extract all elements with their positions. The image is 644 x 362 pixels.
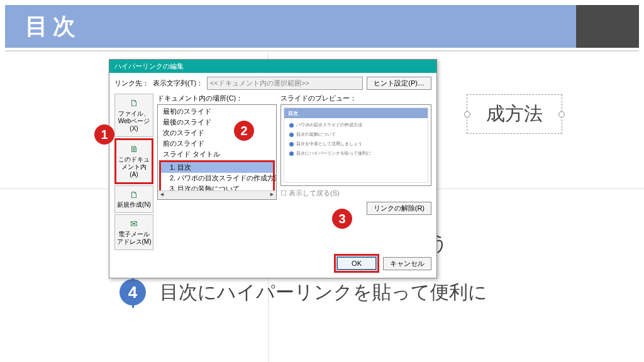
ok-highlight: OK xyxy=(334,254,379,273)
preview-slide: 目次 パワポの目次スライドの作成方法 目次の装飾について 目次を中扉として活用し… xyxy=(284,107,428,183)
tree-scrollbar[interactable]: ◄► xyxy=(158,190,276,199)
link-to-label: リンク先： xyxy=(114,79,149,88)
remove-link-button[interactable]: リンクの解除(R) xyxy=(367,202,431,215)
tab-email[interactable]: ✉ 電子メール アドレス(M) xyxy=(114,214,153,250)
mini-bullet xyxy=(289,142,294,146)
hyperlink-dialog: ハイパーリンクの編集 リンク先： 表示文字列(T)： <<ドキュメント内の選択範… xyxy=(109,59,437,278)
tree-item[interactable]: 次のスライド xyxy=(159,128,275,138)
tab-label: 新規作成(N) xyxy=(117,201,151,208)
preview-body: パワポの目次スライドの作成方法 目次の装飾について 目次を中扉として活用しましょ… xyxy=(284,118,428,163)
mini-bullet xyxy=(289,123,294,128)
preview-title: 目次 xyxy=(288,110,298,117)
mini-bullet xyxy=(289,151,294,156)
slide-preview: 目次 パワポの目次スライドの作成方法 目次の装飾について 目次を中扉として活用し… xyxy=(280,104,431,186)
location-tree-col: ドキュメント内の場所(C)： 最初のスライド 最後のスライド 次のスライド 前の… xyxy=(157,94,277,250)
tab-this-document[interactable]: 🗎 このドキュメント内(A) xyxy=(114,138,153,184)
tab-file-web[interactable]: 🗋 ファイル、Webページ(X) xyxy=(114,94,153,137)
dialog-title: ハイパーリンクの編集 xyxy=(109,60,436,73)
email-icon: ✉ xyxy=(116,219,152,229)
link-to-tabs: 🗋 ファイル、Webページ(X) 🗎 このドキュメント内(A) 🗋 新規作成(N… xyxy=(114,94,153,250)
bullet-4: 4 xyxy=(119,279,146,305)
tab-new-document[interactable]: 🗋 新規作成(N) xyxy=(114,185,153,214)
display-text-row: リンク先： 表示文字列(T)： <<ドキュメント内の選択範囲>> ヒント設定(P… xyxy=(114,77,431,90)
preview-line: パワポの目次スライドの作成方法 xyxy=(296,122,362,128)
show-return-checkbox[interactable]: ☐ 表示して戻る(S) xyxy=(280,189,431,198)
preview-line: 目次の装飾について xyxy=(296,131,336,138)
tree-item[interactable]: 最初のスライド xyxy=(159,106,275,117)
header-underline xyxy=(5,50,639,52)
hint-button[interactable]: ヒント設定(P)… xyxy=(367,77,431,90)
preview-col: スライドのプレビュー： 目次 パワポの目次スライドの作成方法 目次の装飾について… xyxy=(280,94,431,250)
globe-icon: 🗋 xyxy=(116,98,152,109)
tab-label: ファイル、Webページ(X) xyxy=(118,110,150,132)
scroll-right-icon[interactable]: ► xyxy=(269,191,275,199)
dialog-main: 🗋 ファイル、Webページ(X) 🗎 このドキュメント内(A) 🗋 新規作成(N… xyxy=(114,94,431,250)
tab-label: 電子メール アドレス(M) xyxy=(117,231,152,245)
header-blue: 目次 xyxy=(5,5,639,48)
new-doc-icon: 🗋 xyxy=(116,190,152,200)
selected-text: 成方法 xyxy=(486,103,543,124)
tree-item[interactable]: 2. パワポの目次スライドの作成方法 xyxy=(161,173,273,184)
tree-item[interactable]: 前のスライド xyxy=(159,138,275,149)
tree-item[interactable]: 最後のスライド xyxy=(159,117,275,128)
header-angle xyxy=(601,5,639,48)
header: 目次 xyxy=(0,0,644,53)
item-text: 目次にハイパーリンクを貼って便利に xyxy=(160,280,487,305)
slide: 目次 成方法 3 目次を中扉として活用しましょう 4 目次にハイパーリンクを貼っ… xyxy=(0,0,644,362)
ok-button[interactable]: OK xyxy=(337,257,376,270)
dialog-body: リンク先： 表示文字列(T)： <<ドキュメント内の選択範囲>> ヒント設定(P… xyxy=(109,73,436,278)
preview-header: 目次 xyxy=(284,108,428,118)
show-return-label: 表示して戻る(S) xyxy=(289,189,340,197)
preview-label: スライドのプレビュー： xyxy=(280,94,431,103)
mini-bullet xyxy=(289,133,294,137)
annotation-marker-2: 2 xyxy=(234,121,254,141)
scroll-left-icon[interactable]: ◄ xyxy=(159,191,165,199)
preview-line: 目次にハイパーリンクを貼って便利に xyxy=(296,150,371,156)
tree-node-titles[interactable]: スライド タイトル xyxy=(159,149,275,160)
list-item: 4 目次にハイパーリンクを貼って便利に xyxy=(119,279,487,305)
page-title: 目次 xyxy=(25,11,80,42)
cancel-button[interactable]: キャンセル xyxy=(383,257,431,270)
dialog-footer: OK キャンセル xyxy=(114,254,431,273)
tree-item-selected[interactable]: 1. 目次 xyxy=(161,162,273,173)
preview-line: 目次を中扉として活用しましょう xyxy=(296,141,362,147)
document-icon: 🗎 xyxy=(118,144,150,155)
location-tree[interactable]: 最初のスライド 最後のスライド 次のスライド 前のスライド スライド タイトル … xyxy=(157,104,277,200)
annotation-marker-3: 3 xyxy=(332,209,352,229)
display-text-input[interactable]: <<ドキュメント内の選択範囲>> xyxy=(207,77,363,90)
display-label: 表示文字列(T)： xyxy=(153,79,203,88)
annotation-marker-1: 1 xyxy=(94,124,114,145)
tree-label: ドキュメント内の場所(C)： xyxy=(157,94,277,103)
tab-label: このドキュメント内(A) xyxy=(118,156,150,178)
